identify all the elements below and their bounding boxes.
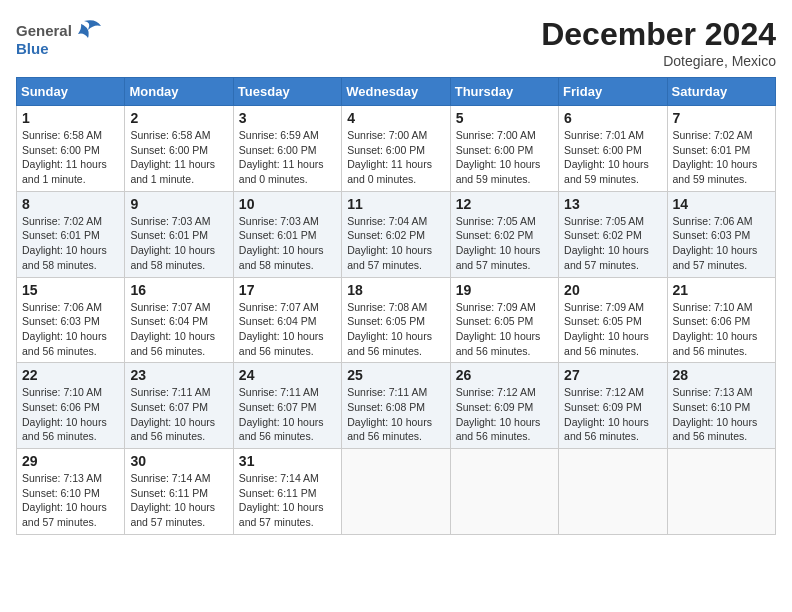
day-number: 28 <box>673 367 770 383</box>
day-info: Sunrise: 7:00 AMSunset: 6:00 PMDaylight:… <box>456 128 553 187</box>
day-info: Sunrise: 7:14 AMSunset: 6:11 PMDaylight:… <box>239 471 336 530</box>
day-number: 5 <box>456 110 553 126</box>
day-number: 8 <box>22 196 119 212</box>
calendar-header: SundayMondayTuesdayWednesdayThursdayFrid… <box>17 78 776 106</box>
day-number: 1 <box>22 110 119 126</box>
svg-text:General: General <box>16 22 72 39</box>
day-number: 10 <box>239 196 336 212</box>
calendar-day-cell: 8Sunrise: 7:02 AMSunset: 6:01 PMDaylight… <box>17 191 125 277</box>
month-title: December 2024 <box>541 16 776 53</box>
calendar-day-cell: 21Sunrise: 7:10 AMSunset: 6:06 PMDayligh… <box>667 277 775 363</box>
day-number: 13 <box>564 196 661 212</box>
day-info: Sunrise: 7:00 AMSunset: 6:00 PMDaylight:… <box>347 128 444 187</box>
day-info: Sunrise: 7:11 AMSunset: 6:08 PMDaylight:… <box>347 385 444 444</box>
day-number: 27 <box>564 367 661 383</box>
day-number: 7 <box>673 110 770 126</box>
calendar-day-cell: 24Sunrise: 7:11 AMSunset: 6:07 PMDayligh… <box>233 363 341 449</box>
day-number: 22 <box>22 367 119 383</box>
calendar-day-cell: 16Sunrise: 7:07 AMSunset: 6:04 PMDayligh… <box>125 277 233 363</box>
calendar-day-cell: 14Sunrise: 7:06 AMSunset: 6:03 PMDayligh… <box>667 191 775 277</box>
day-info: Sunrise: 7:07 AMSunset: 6:04 PMDaylight:… <box>130 300 227 359</box>
day-info: Sunrise: 7:02 AMSunset: 6:01 PMDaylight:… <box>22 214 119 273</box>
calendar-day-cell: 31Sunrise: 7:14 AMSunset: 6:11 PMDayligh… <box>233 449 341 535</box>
calendar-empty-cell <box>559 449 667 535</box>
day-number: 4 <box>347 110 444 126</box>
day-of-week-header: Sunday <box>17 78 125 106</box>
day-info: Sunrise: 6:59 AMSunset: 6:00 PMDaylight:… <box>239 128 336 187</box>
day-info: Sunrise: 7:13 AMSunset: 6:10 PMDaylight:… <box>673 385 770 444</box>
calendar-day-cell: 13Sunrise: 7:05 AMSunset: 6:02 PMDayligh… <box>559 191 667 277</box>
calendar-empty-cell <box>667 449 775 535</box>
day-info: Sunrise: 7:02 AMSunset: 6:01 PMDaylight:… <box>673 128 770 187</box>
calendar-day-cell: 18Sunrise: 7:08 AMSunset: 6:05 PMDayligh… <box>342 277 450 363</box>
calendar-empty-cell <box>342 449 450 535</box>
calendar-day-cell: 2Sunrise: 6:58 AMSunset: 6:00 PMDaylight… <box>125 106 233 192</box>
calendar-day-cell: 30Sunrise: 7:14 AMSunset: 6:11 PMDayligh… <box>125 449 233 535</box>
logo: General Blue <box>16 16 106 65</box>
day-info: Sunrise: 7:04 AMSunset: 6:02 PMDaylight:… <box>347 214 444 273</box>
day-info: Sunrise: 7:09 AMSunset: 6:05 PMDaylight:… <box>564 300 661 359</box>
day-of-week-header: Friday <box>559 78 667 106</box>
calendar-day-cell: 27Sunrise: 7:12 AMSunset: 6:09 PMDayligh… <box>559 363 667 449</box>
calendar-week-row: 15Sunrise: 7:06 AMSunset: 6:03 PMDayligh… <box>17 277 776 363</box>
day-number: 21 <box>673 282 770 298</box>
day-number: 12 <box>456 196 553 212</box>
calendar-day-cell: 20Sunrise: 7:09 AMSunset: 6:05 PMDayligh… <box>559 277 667 363</box>
calendar-week-row: 8Sunrise: 7:02 AMSunset: 6:01 PMDaylight… <box>17 191 776 277</box>
day-number: 18 <box>347 282 444 298</box>
calendar-day-cell: 17Sunrise: 7:07 AMSunset: 6:04 PMDayligh… <box>233 277 341 363</box>
day-info: Sunrise: 6:58 AMSunset: 6:00 PMDaylight:… <box>22 128 119 187</box>
day-number: 23 <box>130 367 227 383</box>
day-number: 2 <box>130 110 227 126</box>
day-info: Sunrise: 7:11 AMSunset: 6:07 PMDaylight:… <box>130 385 227 444</box>
day-info: Sunrise: 7:07 AMSunset: 6:04 PMDaylight:… <box>239 300 336 359</box>
calendar-week-row: 1Sunrise: 6:58 AMSunset: 6:00 PMDaylight… <box>17 106 776 192</box>
calendar-day-cell: 29Sunrise: 7:13 AMSunset: 6:10 PMDayligh… <box>17 449 125 535</box>
day-number: 16 <box>130 282 227 298</box>
day-of-week-header: Thursday <box>450 78 558 106</box>
calendar-day-cell: 22Sunrise: 7:10 AMSunset: 6:06 PMDayligh… <box>17 363 125 449</box>
day-of-week-header: Saturday <box>667 78 775 106</box>
day-info: Sunrise: 7:05 AMSunset: 6:02 PMDaylight:… <box>456 214 553 273</box>
calendar-day-cell: 9Sunrise: 7:03 AMSunset: 6:01 PMDaylight… <box>125 191 233 277</box>
day-number: 25 <box>347 367 444 383</box>
day-info: Sunrise: 7:13 AMSunset: 6:10 PMDaylight:… <box>22 471 119 530</box>
calendar-day-cell: 11Sunrise: 7:04 AMSunset: 6:02 PMDayligh… <box>342 191 450 277</box>
calendar-day-cell: 4Sunrise: 7:00 AMSunset: 6:00 PMDaylight… <box>342 106 450 192</box>
calendar-day-cell: 3Sunrise: 6:59 AMSunset: 6:00 PMDaylight… <box>233 106 341 192</box>
day-info: Sunrise: 7:06 AMSunset: 6:03 PMDaylight:… <box>22 300 119 359</box>
day-info: Sunrise: 7:01 AMSunset: 6:00 PMDaylight:… <box>564 128 661 187</box>
day-info: Sunrise: 7:12 AMSunset: 6:09 PMDaylight:… <box>564 385 661 444</box>
calendar-day-cell: 19Sunrise: 7:09 AMSunset: 6:05 PMDayligh… <box>450 277 558 363</box>
day-info: Sunrise: 7:06 AMSunset: 6:03 PMDaylight:… <box>673 214 770 273</box>
day-number: 20 <box>564 282 661 298</box>
calendar-day-cell: 15Sunrise: 7:06 AMSunset: 6:03 PMDayligh… <box>17 277 125 363</box>
day-info: Sunrise: 7:10 AMSunset: 6:06 PMDaylight:… <box>22 385 119 444</box>
calendar-day-cell: 6Sunrise: 7:01 AMSunset: 6:00 PMDaylight… <box>559 106 667 192</box>
calendar-day-cell: 12Sunrise: 7:05 AMSunset: 6:02 PMDayligh… <box>450 191 558 277</box>
day-number: 11 <box>347 196 444 212</box>
day-number: 19 <box>456 282 553 298</box>
day-info: Sunrise: 7:03 AMSunset: 6:01 PMDaylight:… <box>239 214 336 273</box>
calendar-day-cell: 25Sunrise: 7:11 AMSunset: 6:08 PMDayligh… <box>342 363 450 449</box>
day-info: Sunrise: 7:14 AMSunset: 6:11 PMDaylight:… <box>130 471 227 530</box>
calendar-day-cell: 28Sunrise: 7:13 AMSunset: 6:10 PMDayligh… <box>667 363 775 449</box>
calendar-table: SundayMondayTuesdayWednesdayThursdayFrid… <box>16 77 776 535</box>
day-number: 3 <box>239 110 336 126</box>
day-number: 17 <box>239 282 336 298</box>
day-info: Sunrise: 7:12 AMSunset: 6:09 PMDaylight:… <box>456 385 553 444</box>
day-info: Sunrise: 7:10 AMSunset: 6:06 PMDaylight:… <box>673 300 770 359</box>
calendar-day-cell: 7Sunrise: 7:02 AMSunset: 6:01 PMDaylight… <box>667 106 775 192</box>
calendar-day-cell: 1Sunrise: 6:58 AMSunset: 6:00 PMDaylight… <box>17 106 125 192</box>
day-info: Sunrise: 7:03 AMSunset: 6:01 PMDaylight:… <box>130 214 227 273</box>
day-info: Sunrise: 7:11 AMSunset: 6:07 PMDaylight:… <box>239 385 336 444</box>
day-number: 26 <box>456 367 553 383</box>
svg-text:Blue: Blue <box>16 40 49 57</box>
day-number: 6 <box>564 110 661 126</box>
day-number: 14 <box>673 196 770 212</box>
day-number: 9 <box>130 196 227 212</box>
calendar-day-cell: 23Sunrise: 7:11 AMSunset: 6:07 PMDayligh… <box>125 363 233 449</box>
day-of-week-header: Tuesday <box>233 78 341 106</box>
location: Dotegiare, Mexico <box>541 53 776 69</box>
day-info: Sunrise: 7:05 AMSunset: 6:02 PMDaylight:… <box>564 214 661 273</box>
